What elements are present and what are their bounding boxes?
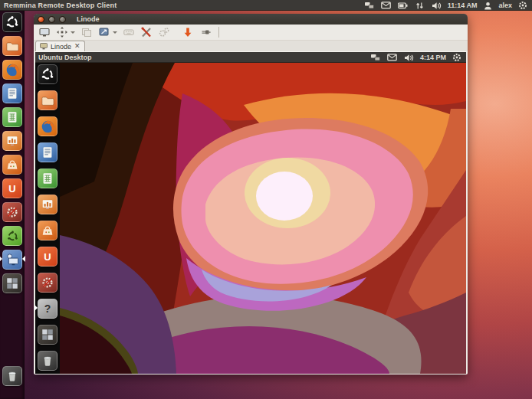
host-unity-launcher: U	[0, 11, 25, 399]
launcher-item-libreoffice-impress[interactable]	[38, 195, 57, 214]
tab-bar: Linode ✕	[34, 41, 468, 52]
ubuntu-one-glyph: U	[8, 183, 15, 195]
fullscreen-icon[interactable]	[56, 26, 68, 38]
launcher-item-ubuntu-one[interactable]: U	[2, 178, 22, 198]
host-indicator-tray: 11:14 AM alex	[363, 0, 532, 11]
unknown-window-glyph: ?	[44, 303, 51, 315]
fullscreen-options-caret[interactable]	[71, 31, 75, 36]
launcher-item-workspace-switcher[interactable]	[38, 325, 57, 345]
host-app-title: Remmina Remote Desktop Client	[0, 2, 117, 9]
user-icon[interactable]	[481, 0, 494, 11]
launcher-item-libreoffice-writer[interactable]	[2, 83, 22, 103]
launcher-item-workspace-switcher[interactable]	[2, 273, 22, 293]
remmina-window: Linode Linode ✕ Ubuntu D	[34, 14, 468, 374]
window-close-button[interactable]	[38, 16, 44, 23]
running-indicator-arrow	[34, 305, 41, 311]
launcher-item-ubuntu-software-green[interactable]	[2, 226, 22, 246]
launcher-item-libreoffice-writer[interactable]	[38, 142, 57, 162]
launcher-item-libreoffice-calc[interactable]	[2, 107, 22, 127]
tab-close-icon[interactable]: ✕	[74, 43, 80, 50]
launcher-item-home-folder[interactable]	[2, 36, 22, 56]
launcher-item-dash-home[interactable]	[2, 12, 22, 32]
launcher-item-libreoffice-impress[interactable]	[2, 131, 22, 151]
window-title: Linode	[77, 15, 100, 23]
volume-icon[interactable]	[403, 51, 415, 64]
session-gear-icon[interactable]	[517, 0, 529, 11]
preferences-gears-icon[interactable]	[158, 26, 170, 38]
window-minimize-button[interactable]	[48, 16, 55, 23]
remote-desktop-title: Ubuntu Desktop	[35, 54, 92, 61]
network-icon[interactable]	[363, 0, 376, 11]
launcher-item-firefox[interactable]	[2, 60, 22, 80]
network-icon[interactable]	[369, 51, 382, 64]
launcher-item-libreoffice-calc[interactable]	[38, 168, 57, 188]
host-clock[interactable]: 11:14 AM	[448, 2, 478, 9]
mail-icon[interactable]	[386, 51, 399, 64]
disconnect-plug-icon[interactable]	[199, 26, 212, 38]
tab-monitor-icon	[40, 43, 48, 50]
volume-icon[interactable]	[431, 0, 443, 11]
scaled-mode-icon[interactable]	[98, 26, 110, 38]
desktop-screen: Remmina Remote Desktop Client 11:14 AM a…	[0, 0, 532, 399]
tools-icon[interactable]	[140, 26, 153, 38]
minimize-window-icon[interactable]	[182, 26, 194, 38]
grab-keyboard-icon[interactable]	[123, 26, 135, 38]
sync-arrows-icon[interactable]	[414, 0, 426, 11]
toolbar-separator	[218, 27, 219, 38]
window-maximize-button[interactable]	[59, 16, 66, 23]
mail-icon[interactable]	[380, 0, 392, 11]
resize-to-fit-icon[interactable]	[38, 26, 51, 38]
window-titlebar[interactable]: Linode	[34, 14, 468, 25]
launcher-item-system-settings[interactable]	[38, 273, 57, 293]
scale-options-caret[interactable]	[113, 31, 117, 36]
session-gear-icon[interactable]	[451, 51, 463, 64]
switch-tabs-icon[interactable]	[80, 26, 93, 38]
host-username[interactable]: alex	[498, 2, 512, 9]
remmina-toolbar	[34, 25, 468, 41]
running-indicator-arrow	[0, 256, 5, 262]
remote-top-panel: Ubuntu Desktop 4:14 PM	[35, 52, 466, 63]
launcher-item-firefox[interactable]	[38, 116, 57, 136]
remote-indicator-tray: 4:14 PM	[369, 51, 466, 64]
ubuntu-one-glyph: U	[44, 251, 51, 263]
launcher-item-trash[interactable]	[38, 351, 57, 371]
focused-indicator-arrow	[19, 256, 25, 262]
tab-linode[interactable]: Linode ✕	[35, 41, 85, 51]
remote-unity-launcher: U ?	[35, 63, 60, 374]
host-top-panel: Remmina Remote Desktop Client 11:14 AM a…	[0, 0, 532, 11]
launcher-item-ubuntu-software-center[interactable]	[38, 221, 57, 240]
remote-wallpaper	[60, 63, 466, 374]
launcher-item-ubuntu-software-center[interactable]	[2, 155, 22, 175]
battery-icon[interactable]	[397, 0, 409, 11]
remote-clock[interactable]: 4:14 PM	[420, 54, 446, 61]
tab-label: Linode	[51, 43, 71, 51]
remote-desktop-viewport: Ubuntu Desktop 4:14 PM	[35, 52, 466, 374]
launcher-item-home-folder[interactable]	[38, 90, 57, 110]
launcher-item-dash-home[interactable]	[38, 64, 57, 84]
launcher-item-ubuntu-one[interactable]: U	[38, 247, 57, 267]
remote-desktop-body: U ?	[35, 63, 466, 374]
launcher-item-system-settings[interactable]	[2, 202, 22, 222]
launcher-item-trash[interactable]	[2, 366, 22, 386]
